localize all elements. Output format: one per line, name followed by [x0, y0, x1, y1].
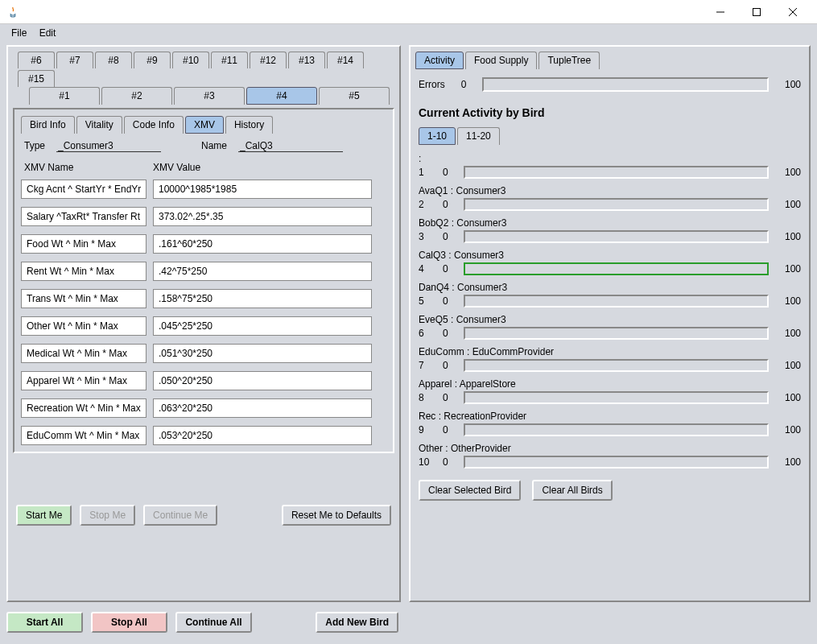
- bird-max: 100: [778, 392, 801, 403]
- xmv-value-input[interactable]: [153, 180, 372, 199]
- add-new-bird-button[interactable]: Add New Bird: [316, 612, 398, 633]
- bird-progress: [464, 423, 769, 436]
- xmv-name-input[interactable]: [21, 180, 146, 199]
- tab-11[interactable]: #11: [211, 52, 248, 68]
- bird-label: :: [419, 151, 801, 166]
- xmv-row: [21, 234, 386, 254]
- xmv-value-input[interactable]: [153, 398, 372, 418]
- minimize-button[interactable]: [702, 1, 738, 23]
- xmv-value-input[interactable]: [153, 289, 372, 308]
- tab-110[interactable]: 1-10: [419, 127, 456, 145]
- tab-15[interactable]: #15: [18, 70, 55, 87]
- errors-label: Errors: [419, 79, 445, 90]
- errors-progress: [482, 77, 769, 92]
- xmv-value-header: XMV Value: [153, 162, 282, 173]
- xmv-name-input[interactable]: [21, 207, 146, 226]
- close-button[interactable]: [774, 1, 811, 23]
- bird-progress: [464, 391, 769, 404]
- stop-me-button[interactable]: Stop Me: [80, 505, 135, 526]
- tab-2[interactable]: #2: [101, 87, 172, 105]
- window-controls: [702, 1, 811, 23]
- xmv-name-input[interactable]: [21, 316, 146, 336]
- bird-list: :10100AvaQ1 : Consumer320100BobQ2 : Cons…: [415, 151, 804, 469]
- xmv-name-input[interactable]: [21, 426, 146, 445]
- tab-1120[interactable]: 11-20: [457, 127, 500, 145]
- tab-TupleTree[interactable]: TupleTree: [538, 52, 600, 69]
- bird-entry: AvaQ1 : Consumer320100: [419, 184, 801, 211]
- tab-8[interactable]: #8: [95, 52, 132, 68]
- tab-9[interactable]: #9: [134, 52, 171, 68]
- name-field[interactable]: [238, 140, 343, 152]
- tab-6[interactable]: #6: [18, 52, 55, 68]
- xmv-row: [21, 344, 386, 363]
- tab-13[interactable]: #13: [288, 52, 325, 68]
- tab-FoodSupply[interactable]: Food Supply: [465, 52, 537, 69]
- bird-progress: [464, 230, 769, 243]
- maximize-button[interactable]: [738, 1, 774, 23]
- type-field[interactable]: [56, 140, 161, 152]
- tab-4[interactable]: #4: [246, 87, 317, 105]
- right-tabs: ActivityFood SupplyTupleTree: [415, 52, 804, 69]
- bird-min: 0: [443, 360, 454, 371]
- bird-index: 2: [419, 199, 433, 210]
- errors-max: 100: [785, 79, 801, 90]
- bird-entry: Other : OtherProvider100100: [419, 441, 801, 469]
- tab-CodeInfo[interactable]: Code Info: [124, 116, 184, 134]
- xmv-name-input[interactable]: [21, 371, 146, 390]
- bird-index: 6: [419, 328, 433, 339]
- tab-14[interactable]: #14: [327, 52, 364, 68]
- xmv-name-input[interactable]: [21, 398, 146, 418]
- xmv-name-input[interactable]: [21, 344, 146, 363]
- stop-all-button[interactable]: Stop All: [91, 612, 167, 633]
- xmv-value-input[interactable]: [153, 234, 372, 254]
- xmv-value-input[interactable]: [153, 207, 372, 226]
- bird-progress: [464, 327, 769, 340]
- tab-Vitality[interactable]: Vitality: [76, 116, 122, 134]
- bird-entry: EduComm : EduCommProvider70100: [419, 345, 801, 372]
- xmv-value-input[interactable]: [153, 371, 372, 390]
- bird-progress: [464, 456, 769, 469]
- xmv-value-input[interactable]: [153, 426, 372, 445]
- tab-1[interactable]: #1: [29, 87, 100, 105]
- tab-10[interactable]: #10: [172, 52, 209, 68]
- java-icon: [6, 6, 19, 19]
- tab-XMV[interactable]: XMV: [185, 116, 224, 134]
- continue-all-button[interactable]: Continue All: [175, 612, 252, 633]
- start-all-button[interactable]: Start All: [6, 612, 83, 633]
- bird-min: 0: [443, 295, 454, 307]
- xmv-name-input[interactable]: [21, 234, 146, 254]
- bird-entry: Rec : RecreationProvider90100: [419, 409, 801, 436]
- menu-edit[interactable]: Edit: [35, 26, 61, 40]
- continue-me-button[interactable]: Continue Me: [143, 505, 217, 526]
- bottom-bar: Start All Stop All Continue All Add New …: [0, 607, 817, 638]
- xmv-name-header: XMV Name: [24, 162, 153, 173]
- tab-3[interactable]: #3: [174, 87, 245, 105]
- tab-Activity[interactable]: Activity: [415, 52, 464, 69]
- bird-min: 0: [443, 199, 454, 210]
- xmv-value-input[interactable]: [153, 262, 372, 281]
- bird-max: 100: [778, 424, 801, 436]
- tab-12[interactable]: #12: [250, 52, 287, 68]
- xmv-row: [21, 180, 386, 199]
- bird-progress: [464, 262, 769, 275]
- menu-file[interactable]: File: [6, 26, 31, 40]
- clear-all-button[interactable]: Clear All Birds: [532, 480, 612, 501]
- bird-max: 100: [778, 199, 801, 210]
- xmv-name-input[interactable]: [21, 262, 146, 281]
- start-me-button[interactable]: Start Me: [16, 505, 72, 526]
- bird-entry: Apparel : ApparelStore80100: [419, 377, 801, 404]
- tab-7[interactable]: #7: [56, 52, 93, 68]
- reset-button[interactable]: Reset Me to Defaults: [282, 505, 391, 526]
- clear-selected-button[interactable]: Clear Selected Bird: [419, 480, 521, 501]
- tab-5[interactable]: #5: [319, 87, 390, 105]
- bird-min: 0: [443, 263, 454, 275]
- bird-index: 5: [419, 295, 433, 307]
- tab-History[interactable]: History: [225, 116, 273, 134]
- xmv-value-input[interactable]: [153, 344, 372, 363]
- left-panel: #6#7#8#9#10#11#12#13#14#15 #1#2#3#4#5 Bi…: [6, 45, 401, 602]
- right-panel: ActivityFood SupplyTupleTree Errors 0 10…: [409, 45, 811, 602]
- xmv-value-input[interactable]: [153, 316, 372, 336]
- tab-BirdInfo[interactable]: Bird Info: [21, 116, 75, 134]
- xmv-name-input[interactable]: [21, 289, 146, 308]
- errors-value: 0: [461, 79, 467, 90]
